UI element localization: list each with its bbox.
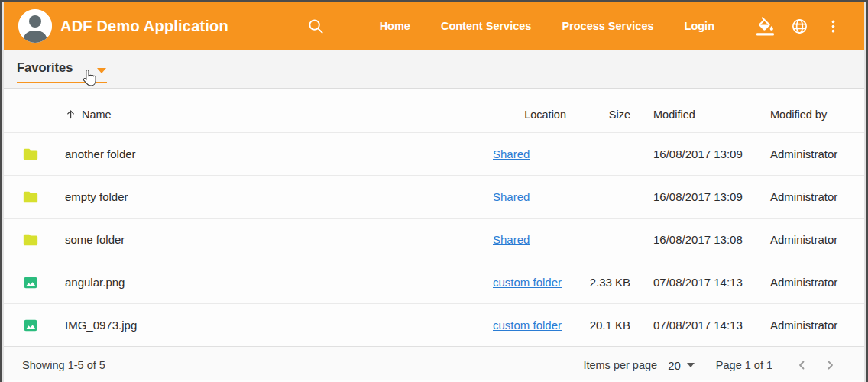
cell-modified: 16/08/2017 13:09 xyxy=(653,147,770,160)
mouse-hand-cursor xyxy=(80,69,97,87)
items-per-page-select[interactable]: 20 xyxy=(668,359,695,372)
theme-color-fill-icon[interactable] xyxy=(756,16,776,36)
more-vert-icon[interactable] xyxy=(823,16,843,36)
document-list: Name Location Size Modified Modified by … xyxy=(4,89,864,346)
nav-process-services[interactable]: Process Services xyxy=(562,20,653,32)
column-header-modified[interactable]: Modified xyxy=(653,108,770,121)
cell-size: 20.1 KB xyxy=(566,319,630,332)
column-header-modified-by[interactable]: Modified by xyxy=(770,108,846,121)
cell-modified-by: Administrator xyxy=(770,147,846,160)
items-per-page-label: Items per page xyxy=(583,359,657,371)
image-file-icon xyxy=(22,274,65,291)
folder-icon xyxy=(22,189,65,206)
column-header-size[interactable]: Size xyxy=(566,108,630,121)
table-header-row: Name Location Size Modified Modified by xyxy=(4,89,864,132)
cell-modified: 16/08/2017 13:09 xyxy=(653,190,770,203)
cell-modified-by: Administrator xyxy=(770,276,846,289)
page-status-label: Page 1 of 1 xyxy=(716,359,772,371)
folder-icon xyxy=(22,231,65,248)
nav-content-services[interactable]: Content Services xyxy=(441,20,531,32)
table-row[interactable]: IMG_0973.jpg custom folder 20.1 KB 07/08… xyxy=(4,303,864,346)
sort-ascending-arrow-icon xyxy=(65,108,76,120)
search-icon[interactable] xyxy=(306,16,326,36)
next-page-button[interactable] xyxy=(821,357,838,374)
cell-modified-by: Administrator xyxy=(770,233,846,246)
app-window-body: ADF Demo Application Home Content Servic… xyxy=(2,2,866,382)
main-nav: Home Content Services Process Services L… xyxy=(349,20,714,32)
app-header: ADF Demo Application Home Content Servic… xyxy=(4,2,864,50)
chevron-left-icon xyxy=(795,358,809,372)
person-icon xyxy=(18,9,52,43)
app-window: ADF Demo Application Home Content Servic… xyxy=(0,0,868,382)
language-globe-icon[interactable] xyxy=(789,16,809,36)
previous-page-button[interactable] xyxy=(794,357,811,374)
showing-range-label: Showing 1-5 of 5 xyxy=(22,359,105,371)
chevron-right-icon xyxy=(823,358,837,372)
cell-location-link[interactable]: Shared xyxy=(493,233,530,246)
cell-name: angular.png xyxy=(65,276,493,289)
table-row[interactable]: some folder Shared 16/08/2017 13:08 Admi… xyxy=(4,218,864,261)
cell-modified: 07/08/2017 14:13 xyxy=(653,319,770,332)
pagination-bar: Showing 1-5 of 5 Items per page 20 Page … xyxy=(4,346,864,380)
folder-icon xyxy=(22,146,65,163)
nav-home[interactable]: Home xyxy=(380,20,410,32)
cell-size: 2.33 KB xyxy=(566,276,630,289)
cell-name: empty folder xyxy=(65,190,493,203)
cell-location-link[interactable]: Shared xyxy=(493,190,530,203)
cell-location-link[interactable]: Shared xyxy=(493,147,530,160)
cell-modified: 16/08/2017 13:08 xyxy=(653,233,770,246)
user-avatar[interactable] xyxy=(18,9,52,43)
cell-location-link[interactable]: custom folder xyxy=(493,276,562,289)
favorites-dropdown-label[interactable]: Favorites xyxy=(17,60,73,75)
cell-modified-by: Administrator xyxy=(770,190,846,203)
view-selector-bar: Favorites xyxy=(4,50,864,89)
cell-name: another folder xyxy=(65,147,493,160)
table-row[interactable]: angular.png custom folder 2.33 KB 07/08/… xyxy=(4,261,864,303)
app-title: ADF Demo Application xyxy=(60,18,228,35)
cell-name: IMG_0973.jpg xyxy=(65,319,493,332)
select-caret-icon xyxy=(687,363,695,367)
table-row[interactable]: another folder Shared 16/08/2017 13:09 A… xyxy=(4,132,864,175)
column-header-name[interactable]: Name xyxy=(65,108,493,121)
column-header-location[interactable]: Location xyxy=(493,108,566,121)
cell-modified: 07/08/2017 14:13 xyxy=(653,276,770,289)
cell-location-link[interactable]: custom folder xyxy=(493,319,562,332)
image-file-icon xyxy=(22,317,65,334)
cell-name: some folder xyxy=(65,233,493,246)
table-row[interactable]: empty folder Shared 16/08/2017 13:09 Adm… xyxy=(4,175,864,218)
cell-modified-by: Administrator xyxy=(770,319,846,332)
header-action-icons xyxy=(742,16,843,36)
chevron-down-icon[interactable] xyxy=(97,68,106,73)
nav-login[interactable]: Login xyxy=(685,20,714,32)
